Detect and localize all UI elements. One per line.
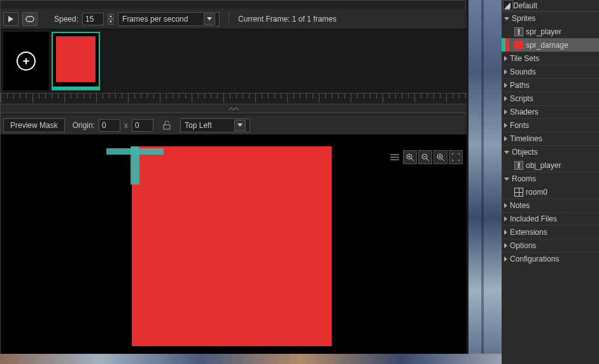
tree-item-obj_player[interactable]: obj_player	[502, 158, 599, 172]
desktop-background-bottom	[0, 354, 502, 364]
zoom-out-button[interactable]	[418, 150, 432, 164]
speed-input[interactable]	[82, 13, 104, 25]
x-separator: x	[124, 121, 128, 130]
folder-label: Objects	[512, 148, 538, 157]
folder-timelines[interactable]: Timelines	[502, 132, 599, 145]
stickman-icon	[514, 161, 523, 170]
folder-label: Rooms	[512, 174, 536, 183]
origin-crosshair-vertical	[130, 146, 139, 185]
folder-extensions[interactable]: Extensions	[502, 225, 599, 239]
folder-paths[interactable]: Paths	[502, 78, 599, 92]
svg-line-23	[519, 33, 520, 35]
plus-circle-icon: +	[17, 52, 36, 71]
timeline-ruler[interactable]	[1, 93, 467, 104]
folder-label: Sounds	[510, 67, 536, 76]
folder-label: Scripts	[510, 94, 533, 103]
default-label: Default	[513, 1, 537, 10]
menu-icon	[390, 154, 399, 160]
origin-toolbar: Preview Mask Origin: x Top Left	[1, 116, 467, 135]
folder-label: Timelines	[510, 134, 542, 143]
frame-selection-indicator	[53, 87, 99, 89]
toolbar-divider	[229, 12, 229, 26]
origin-label: Origin:	[73, 121, 95, 130]
collapse-handle[interactable]	[1, 104, 467, 113]
play-button[interactable]	[3, 12, 18, 26]
folder-label: Notes	[510, 201, 530, 210]
folder-rooms[interactable]: Rooms	[502, 172, 599, 185]
folder-label: Options	[510, 241, 536, 250]
lock-origin-button[interactable]	[160, 118, 174, 132]
svg-marker-0	[8, 16, 13, 22]
svg-rect-1	[26, 17, 34, 22]
folder-tile-sets[interactable]: Tile Sets	[502, 52, 599, 65]
folder-fonts[interactable]: Fonts	[502, 118, 599, 132]
svg-line-9	[411, 158, 414, 161]
fullscreen-icon	[452, 153, 460, 161]
sprite-canvas[interactable]	[1, 135, 467, 354]
tree-item-spr_damage[interactable]: spr_damage	[502, 38, 599, 52]
resource-tree-panel: ◢DefaultSpritesspr_playerspr_damageTile …	[502, 0, 599, 364]
origin-y-input[interactable]	[132, 119, 153, 132]
folder-shaders[interactable]: Shaders	[502, 105, 599, 118]
tree-default-config[interactable]: ◢Default	[502, 0, 599, 11]
folder-scripts[interactable]: Scripts	[502, 92, 599, 105]
folder-included-files[interactable]: Included Files	[502, 212, 599, 225]
speed-label: Speed:	[54, 15, 78, 24]
current-frame-label: Current Frame: 1 of 1 frames	[238, 15, 337, 24]
desktop-background-stripe	[469, 0, 502, 364]
folder-label: Paths	[510, 81, 530, 90]
folder-sounds[interactable]: Sounds	[502, 65, 599, 78]
item-label: room0	[526, 188, 547, 197]
folder-options[interactable]: Options	[502, 239, 599, 252]
folder-objects[interactable]: Objects	[502, 145, 599, 158]
folder-sprites[interactable]: Sprites	[502, 11, 599, 25]
item-label: spr_damage	[526, 41, 568, 50]
folder-label: Sprites	[512, 14, 535, 23]
stickman-icon	[514, 27, 523, 36]
zoom-reset-button[interactable]	[403, 150, 417, 164]
spinner-up-icon[interactable]: ▲	[108, 13, 114, 19]
zoom-reset-icon	[405, 153, 414, 162]
grid-menu-button[interactable]	[388, 150, 402, 164]
playback-toolbar: Speed: ▲ ▼ Frames per second Current Fra…	[1, 9, 467, 29]
svg-rect-3	[164, 125, 170, 129]
folder-label: Tile Sets	[510, 54, 539, 63]
zoom-in-button[interactable]	[433, 150, 447, 164]
loop-button[interactable]	[22, 12, 38, 26]
zoom-in-icon	[436, 153, 445, 162]
sprite-editor-window: Speed: ▲ ▼ Frames per second Current Fra…	[0, 0, 466, 354]
sprite-red-icon	[514, 41, 523, 50]
frame-thumbnail-0[interactable]	[52, 32, 100, 90]
chevron-up-icon	[227, 106, 240, 111]
folder-notes[interactable]: Notes	[502, 199, 599, 212]
canvas-zoom-tools	[388, 150, 463, 164]
add-frame-button[interactable]: +	[3, 32, 49, 90]
fullscreen-button[interactable]	[449, 150, 463, 164]
tree-item-room0[interactable]: room0	[502, 185, 599, 199]
zoom-out-icon	[421, 153, 430, 162]
svg-marker-2	[207, 17, 212, 20]
preview-mask-button[interactable]: Preview Mask	[3, 118, 65, 132]
item-label: obj_player	[526, 161, 561, 170]
svg-point-20	[518, 29, 520, 31]
resource-tree: ◢DefaultSpritesspr_playerspr_damageTile …	[502, 0, 599, 265]
tree-item-spr_player[interactable]: spr_player	[502, 25, 599, 38]
speed-units-label: Frames per second	[122, 15, 188, 24]
folder-label: Fonts	[510, 121, 529, 130]
chevron-down-icon	[234, 120, 246, 131]
sprite-image	[132, 146, 332, 346]
origin-x-input[interactable]	[99, 119, 120, 132]
speed-spinner[interactable]: ▲ ▼	[108, 13, 114, 25]
folder-configurations[interactable]: Configurations	[502, 252, 599, 265]
svg-line-13	[426, 158, 429, 161]
anchor-dropdown[interactable]: Top Left	[180, 118, 250, 132]
spinner-down-icon[interactable]: ▼	[108, 19, 114, 25]
item-label: spr_player	[526, 27, 561, 36]
chevron-down-icon	[204, 13, 215, 25]
lock-open-icon	[163, 121, 171, 130]
room-icon	[514, 188, 523, 197]
folder-label: Shaders	[510, 108, 539, 116]
speed-units-dropdown[interactable]: Frames per second	[118, 12, 220, 26]
frames-strip: +	[1, 29, 467, 93]
svg-point-25	[518, 162, 520, 164]
